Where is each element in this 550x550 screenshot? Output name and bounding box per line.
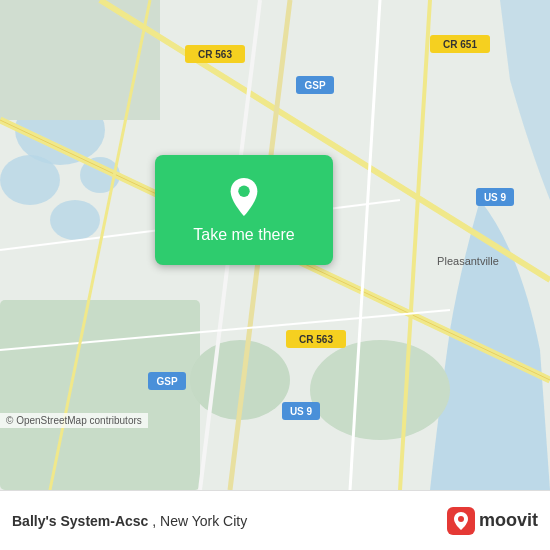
svg-rect-5 <box>0 300 200 490</box>
svg-point-37 <box>238 186 249 197</box>
svg-text:Pleasantville: Pleasantville <box>437 255 499 267</box>
svg-text:CR 651: CR 651 <box>443 39 477 50</box>
map-container: CR 563 CR 651 GSP US 9 CR 563 GSP US 9 P… <box>0 0 550 490</box>
svg-point-39 <box>458 516 464 522</box>
svg-point-3 <box>50 200 100 240</box>
moovit-text: moovit <box>479 510 538 531</box>
svg-text:US 9: US 9 <box>290 406 313 417</box>
moovit-logo: moovit <box>447 507 538 535</box>
take-me-there-label: Take me there <box>193 226 294 244</box>
moovit-brand-icon <box>447 507 475 535</box>
location-info: Bally's System-Acsc , New York City <box>12 513 437 529</box>
svg-rect-6 <box>0 0 160 120</box>
svg-text:CR 563: CR 563 <box>198 49 232 60</box>
location-name: Bally's System-Acsc <box>12 513 148 529</box>
svg-point-2 <box>0 155 60 205</box>
svg-text:GSP: GSP <box>156 376 177 387</box>
location-pin-icon-clean <box>226 176 262 218</box>
location-city: New York City <box>160 513 247 529</box>
map-attribution: © OpenStreetMap contributors <box>0 413 148 428</box>
svg-text:CR 563: CR 563 <box>299 334 333 345</box>
bottom-bar: Bally's System-Acsc , New York City moov… <box>0 490 550 550</box>
svg-text:GSP: GSP <box>304 80 325 91</box>
location-city-separator: , <box>152 513 160 529</box>
svg-point-7 <box>310 340 450 440</box>
take-me-there-button[interactable]: Take me there <box>155 155 333 265</box>
svg-text:US 9: US 9 <box>484 192 507 203</box>
